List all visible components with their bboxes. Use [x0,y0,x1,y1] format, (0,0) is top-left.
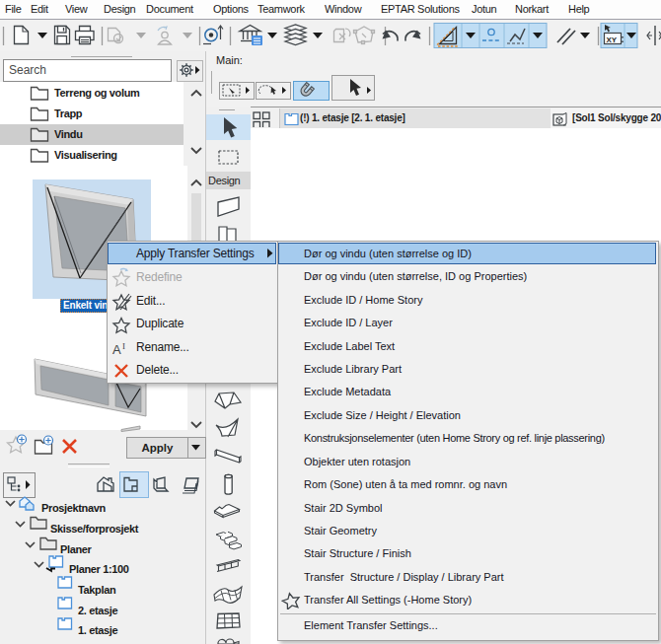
svg-text:A: A [112,342,121,357]
svg-text:I: I [122,341,125,351]
svg-text:XY: XY [607,36,618,44]
